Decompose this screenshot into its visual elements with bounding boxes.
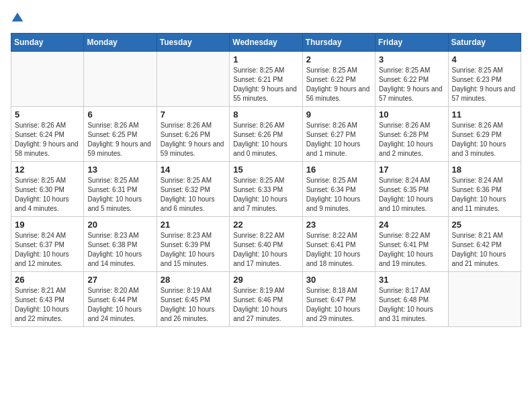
calendar-week-row: 26Sunrise: 8:21 AM Sunset: 6:43 PM Dayli… xyxy=(11,272,521,327)
calendar-day-cell: 22Sunrise: 8:22 AM Sunset: 6:40 PM Dayli… xyxy=(230,217,302,272)
day-number: 28 xyxy=(161,275,226,285)
day-number: 26 xyxy=(15,275,80,285)
day-number: 31 xyxy=(379,275,444,285)
day-info-text: Sunrise: 8:20 AM Sunset: 6:44 PM Dayligh… xyxy=(87,286,152,324)
day-info-text: Sunrise: 8:25 AM Sunset: 6:32 PM Dayligh… xyxy=(161,176,226,214)
day-number: 8 xyxy=(233,109,298,120)
day-number: 3 xyxy=(379,54,444,64)
logo xyxy=(11,11,27,25)
calendar-day-cell: 23Sunrise: 8:22 AM Sunset: 6:41 PM Dayli… xyxy=(302,217,375,272)
day-info-text: Sunrise: 8:17 AM Sunset: 6:48 PM Dayligh… xyxy=(379,286,444,324)
day-number: 22 xyxy=(233,220,298,230)
day-info-text: Sunrise: 8:18 AM Sunset: 6:47 PM Dayligh… xyxy=(306,286,371,324)
day-number: 7 xyxy=(161,109,226,120)
day-of-week-header: Monday xyxy=(84,34,157,52)
calendar-day-cell: 24Sunrise: 8:22 AM Sunset: 6:41 PM Dayli… xyxy=(375,217,448,272)
calendar-day-cell: 10Sunrise: 8:26 AM Sunset: 6:28 PM Dayli… xyxy=(375,107,448,162)
calendar-day-cell: 13Sunrise: 8:25 AM Sunset: 6:31 PM Dayli… xyxy=(84,162,157,217)
calendar-week-row: 12Sunrise: 8:25 AM Sunset: 6:30 PM Dayli… xyxy=(11,162,521,217)
day-number: 9 xyxy=(306,109,371,120)
day-number: 11 xyxy=(452,109,517,120)
calendar-day-cell xyxy=(11,52,84,107)
calendar-day-cell: 31Sunrise: 8:17 AM Sunset: 6:48 PM Dayli… xyxy=(375,272,448,327)
calendar-day-cell: 5Sunrise: 8:26 AM Sunset: 6:24 PM Daylig… xyxy=(11,107,84,162)
day-info-text: Sunrise: 8:22 AM Sunset: 6:41 PM Dayligh… xyxy=(306,231,371,269)
day-number: 23 xyxy=(306,220,371,230)
day-number: 15 xyxy=(233,165,298,175)
day-number: 5 xyxy=(15,109,80,120)
calendar-day-cell: 28Sunrise: 8:19 AM Sunset: 6:45 PM Dayli… xyxy=(157,272,229,327)
calendar-day-cell: 4Sunrise: 8:25 AM Sunset: 6:23 PM Daylig… xyxy=(448,52,521,107)
calendar-day-cell: 17Sunrise: 8:24 AM Sunset: 6:35 PM Dayli… xyxy=(375,162,448,217)
calendar-day-cell: 20Sunrise: 8:23 AM Sunset: 6:38 PM Dayli… xyxy=(84,217,157,272)
calendar-week-row: 5Sunrise: 8:26 AM Sunset: 6:24 PM Daylig… xyxy=(11,107,521,162)
day-number: 20 xyxy=(87,220,152,230)
day-number: 27 xyxy=(87,275,152,285)
day-number: 2 xyxy=(306,54,371,64)
calendar-day-cell xyxy=(157,52,229,107)
calendar-day-cell: 11Sunrise: 8:26 AM Sunset: 6:29 PM Dayli… xyxy=(448,107,521,162)
day-number: 25 xyxy=(452,220,517,230)
logo-icon xyxy=(11,11,24,25)
day-info-text: Sunrise: 8:23 AM Sunset: 6:38 PM Dayligh… xyxy=(87,231,152,269)
day-number: 29 xyxy=(233,275,298,285)
calendar-day-cell: 18Sunrise: 8:24 AM Sunset: 6:36 PM Dayli… xyxy=(448,162,521,217)
day-info-text: Sunrise: 8:26 AM Sunset: 6:26 PM Dayligh… xyxy=(161,121,226,158)
day-number: 4 xyxy=(452,54,517,64)
calendar-day-cell: 9Sunrise: 8:26 AM Sunset: 6:27 PM Daylig… xyxy=(302,107,375,162)
calendar-day-cell: 27Sunrise: 8:20 AM Sunset: 6:44 PM Dayli… xyxy=(84,272,157,327)
day-info-text: Sunrise: 8:24 AM Sunset: 6:37 PM Dayligh… xyxy=(15,231,80,269)
calendar-day-cell xyxy=(84,52,157,107)
day-info-text: Sunrise: 8:25 AM Sunset: 6:30 PM Dayligh… xyxy=(15,176,80,214)
calendar-day-cell: 29Sunrise: 8:19 AM Sunset: 6:46 PM Dayli… xyxy=(230,272,302,327)
day-info-text: Sunrise: 8:21 AM Sunset: 6:42 PM Dayligh… xyxy=(452,231,517,269)
day-info-text: Sunrise: 8:26 AM Sunset: 6:28 PM Dayligh… xyxy=(379,121,444,158)
day-number: 19 xyxy=(15,220,80,230)
day-number: 24 xyxy=(379,220,444,230)
day-info-text: Sunrise: 8:22 AM Sunset: 6:41 PM Dayligh… xyxy=(379,231,444,269)
day-info-text: Sunrise: 8:24 AM Sunset: 6:36 PM Dayligh… xyxy=(452,176,517,214)
day-info-text: Sunrise: 8:26 AM Sunset: 6:29 PM Dayligh… xyxy=(452,121,517,158)
calendar-day-cell: 14Sunrise: 8:25 AM Sunset: 6:32 PM Dayli… xyxy=(157,162,229,217)
day-info-text: Sunrise: 8:26 AM Sunset: 6:27 PM Dayligh… xyxy=(306,121,371,158)
day-of-week-header: Thursday xyxy=(302,34,375,52)
calendar-day-cell: 1Sunrise: 8:25 AM Sunset: 6:21 PM Daylig… xyxy=(230,52,302,107)
day-number: 1 xyxy=(233,54,298,64)
day-number: 30 xyxy=(306,275,371,285)
day-info-text: Sunrise: 8:21 AM Sunset: 6:43 PM Dayligh… xyxy=(15,286,80,324)
day-info-text: Sunrise: 8:19 AM Sunset: 6:45 PM Dayligh… xyxy=(161,286,226,324)
day-info-text: Sunrise: 8:23 AM Sunset: 6:39 PM Dayligh… xyxy=(161,231,226,269)
day-number: 6 xyxy=(87,109,152,120)
calendar-header-row: SundayMondayTuesdayWednesdayThursdayFrid… xyxy=(11,34,521,52)
svg-marker-0 xyxy=(12,12,24,21)
calendar-day-cell: 26Sunrise: 8:21 AM Sunset: 6:43 PM Dayli… xyxy=(11,272,84,327)
calendar-day-cell: 3Sunrise: 8:25 AM Sunset: 6:22 PM Daylig… xyxy=(375,52,448,107)
day-info-text: Sunrise: 8:26 AM Sunset: 6:26 PM Dayligh… xyxy=(233,121,298,158)
day-of-week-header: Tuesday xyxy=(157,34,229,52)
calendar-day-cell: 15Sunrise: 8:25 AM Sunset: 6:33 PM Dayli… xyxy=(230,162,302,217)
calendar-week-row: 19Sunrise: 8:24 AM Sunset: 6:37 PM Dayli… xyxy=(11,217,521,272)
day-info-text: Sunrise: 8:22 AM Sunset: 6:40 PM Dayligh… xyxy=(233,231,298,269)
calendar-table: SundayMondayTuesdayWednesdayThursdayFrid… xyxy=(11,33,521,327)
calendar-day-cell: 2Sunrise: 8:25 AM Sunset: 6:22 PM Daylig… xyxy=(302,52,375,107)
calendar-day-cell: 21Sunrise: 8:23 AM Sunset: 6:39 PM Dayli… xyxy=(157,217,229,272)
calendar-day-cell: 8Sunrise: 8:26 AM Sunset: 6:26 PM Daylig… xyxy=(230,107,302,162)
day-info-text: Sunrise: 8:25 AM Sunset: 6:21 PM Dayligh… xyxy=(233,66,298,103)
day-of-week-header: Sunday xyxy=(11,34,84,52)
day-info-text: Sunrise: 8:25 AM Sunset: 6:34 PM Dayligh… xyxy=(306,176,371,214)
day-info-text: Sunrise: 8:24 AM Sunset: 6:35 PM Dayligh… xyxy=(379,176,444,214)
day-info-text: Sunrise: 8:25 AM Sunset: 6:22 PM Dayligh… xyxy=(306,66,371,103)
day-number: 12 xyxy=(15,165,80,175)
day-number: 10 xyxy=(379,109,444,120)
day-info-text: Sunrise: 8:25 AM Sunset: 6:23 PM Dayligh… xyxy=(452,66,517,103)
day-number: 13 xyxy=(87,165,152,175)
calendar-day-cell xyxy=(448,272,521,327)
day-info-text: Sunrise: 8:25 AM Sunset: 6:31 PM Dayligh… xyxy=(87,176,152,214)
calendar-day-cell: 7Sunrise: 8:26 AM Sunset: 6:26 PM Daylig… xyxy=(157,107,229,162)
calendar-day-cell: 16Sunrise: 8:25 AM Sunset: 6:34 PM Dayli… xyxy=(302,162,375,217)
day-info-text: Sunrise: 8:26 AM Sunset: 6:24 PM Dayligh… xyxy=(15,121,80,158)
day-info-text: Sunrise: 8:26 AM Sunset: 6:25 PM Dayligh… xyxy=(87,121,152,158)
calendar-day-cell: 30Sunrise: 8:18 AM Sunset: 6:47 PM Dayli… xyxy=(302,272,375,327)
day-of-week-header: Saturday xyxy=(448,34,521,52)
day-info-text: Sunrise: 8:25 AM Sunset: 6:22 PM Dayligh… xyxy=(379,66,444,103)
